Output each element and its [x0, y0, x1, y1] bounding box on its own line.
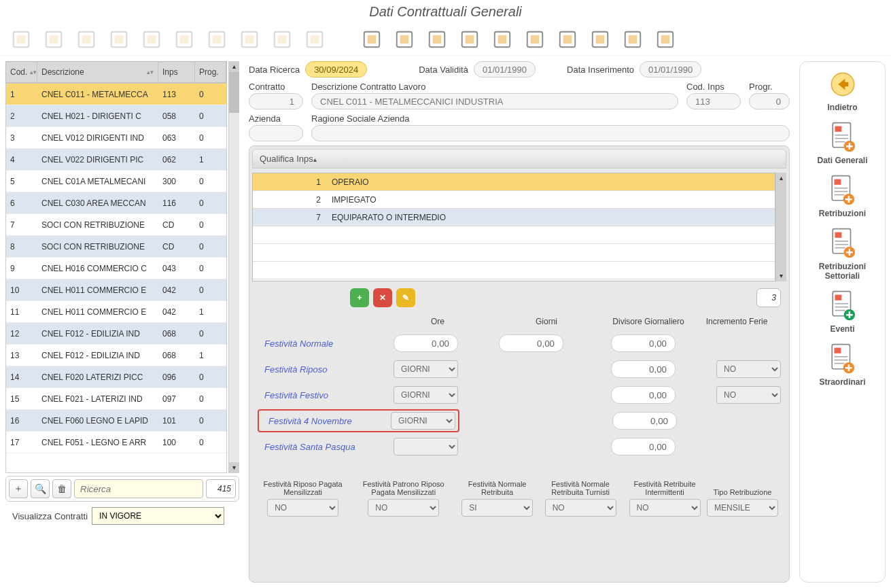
clock-icon[interactable] — [488, 27, 517, 52]
fest-div-input[interactable] — [611, 438, 676, 455]
table-row[interactable]: 3CNEL V012 DIRIGENTI IND0630 — [6, 127, 226, 149]
nav-dati-generali[interactable]: Dati Generali — [817, 122, 867, 165]
col-inps[interactable]: Inps — [158, 62, 195, 82]
table-row[interactable]: 12CNEL F012 - EDILIZIA IND0680 — [6, 323, 226, 345]
qual-scroll-down[interactable]: ▾ — [776, 271, 786, 281]
fest-label: Festività Riposo — [258, 364, 387, 375]
delete-button[interactable]: 🗑 — [52, 479, 71, 498]
page-title: Dati Contrattuali Generali — [0, 0, 891, 24]
nav-indietro[interactable]: Indietro — [828, 69, 858, 112]
fest-inc-select[interactable]: NO — [716, 386, 781, 404]
nav-icon — [829, 290, 856, 322]
printer-icon[interactable] — [521, 27, 549, 52]
qual-scroll-up[interactable]: ▴ — [776, 173, 786, 184]
nav-retribuzioni[interactable]: Retribuzioni — [819, 175, 866, 218]
fest-div-input[interactable] — [612, 412, 677, 430]
visualizza-select[interactable]: IN VIGORE — [92, 507, 224, 525]
table-row[interactable]: 17CNEL F051 - LEGNO E ARR1000 — [6, 432, 226, 453]
docs-stack-icon[interactable] — [390, 27, 419, 52]
table-row[interactable]: 13CNEL F012 - EDILIZIA IND0681 — [6, 345, 226, 366]
fest-div-input[interactable] — [611, 386, 676, 404]
fest-unit-select[interactable]: GIORNI — [394, 360, 458, 378]
bottom-select[interactable]: NO — [545, 499, 616, 517]
qual-delete-button[interactable]: ✕ — [373, 288, 392, 307]
svg-rect-29 — [498, 35, 507, 44]
cancel-circle-icon — [137, 27, 166, 52]
ragsoc-value[interactable] — [311, 125, 790, 141]
cod-inps-value: 113 — [686, 93, 741, 109]
bottom-select[interactable]: MENSILE — [707, 499, 778, 517]
qual-edit-button[interactable]: ✎ — [396, 288, 415, 307]
doc1-icon — [203, 27, 231, 52]
table-row[interactable]: 7SOCI CON RETRIBUZIONECD0 — [6, 214, 226, 236]
svg-rect-37 — [629, 35, 637, 44]
fest-giorni-input[interactable] — [499, 334, 563, 352]
data-inserimento-label: Data Inserimento — [567, 65, 634, 75]
fest-ore-input[interactable] — [394, 334, 458, 352]
cloud-down-icon[interactable] — [618, 27, 647, 52]
svg-rect-15 — [245, 35, 254, 44]
scroll-down[interactable]: ▾ — [229, 462, 239, 473]
qual-add-button[interactable]: + — [350, 288, 369, 307]
display-chart-icon[interactable] — [586, 27, 614, 52]
fest-div-input[interactable] — [611, 360, 676, 378]
fest-unit-select[interactable]: GIORNI — [391, 412, 455, 430]
left-grid-body: 1CNEL C011 - METALMECCA11302CNEL H021 - … — [5, 83, 227, 473]
fest-label: Festività Normale — [258, 339, 387, 349]
cards-icon[interactable] — [423, 27, 451, 52]
add-button[interactable]: ＋ — [9, 479, 28, 498]
nav-eventi[interactable]: Eventi — [829, 290, 856, 334]
bottom-select[interactable]: NO — [267, 499, 338, 517]
table-row[interactable]: 1CNEL C011 - METALMECCA1130 — [6, 84, 226, 105]
fest-unit-select[interactable] — [394, 438, 458, 455]
table-row[interactable]: 2CNEL H021 - DIRIGENTI C0580 — [6, 105, 226, 127]
scroll-up[interactable]: ▴ — [229, 61, 239, 72]
table-row[interactable]: 4CNEL V022 DIRIGENTI PIC0621 — [6, 149, 226, 171]
bottom-select[interactable]: NO — [629, 499, 701, 517]
person-icon[interactable] — [553, 27, 582, 52]
scroll-thumb[interactable] — [229, 72, 239, 113]
col-desc[interactable]: Descrizione▴▾ — [37, 62, 158, 82]
hdr-divisore: Divisore Giornaliero — [604, 317, 693, 326]
nav-straordinari[interactable]: Straordinari — [819, 343, 865, 387]
table-row[interactable]: 6CNEL C030 AREA MECCAN1160 — [6, 192, 226, 214]
bottom-select[interactable]: SI — [461, 499, 533, 517]
svg-rect-33 — [563, 35, 572, 44]
left-grid-header: Cod.▴▾ Descrizione▴▾ Inps Prog. — [5, 61, 227, 83]
nav-label: Eventi — [830, 324, 854, 334]
progr-label: Progr. — [749, 82, 790, 92]
bottom-label: Festività Retribuite Intermittenti — [628, 469, 701, 496]
bottom-select[interactable]: NO — [368, 499, 439, 517]
search-input[interactable] — [74, 479, 203, 498]
nav-icon — [829, 228, 856, 259]
table-row[interactable]: 11CNEL H011 COMMERCIO E0421 — [6, 301, 226, 323]
table-row[interactable]: 8SOCI CON RETRIBUZIONECD0 — [6, 236, 226, 258]
exit-icon[interactable] — [651, 27, 680, 52]
svg-rect-21 — [368, 35, 377, 44]
qualifica-row[interactable]: 7EQUIPARATO O INTERMEDIO — [253, 209, 775, 226]
search-button[interactable]: 🔍 — [31, 479, 50, 498]
target-icon[interactable] — [357, 27, 386, 52]
qualifica-header[interactable]: Qualifica Inps▴ — [252, 149, 786, 169]
fest-div-input[interactable] — [611, 334, 676, 352]
qualifica-row[interactable]: 2IMPIEGATO — [253, 191, 775, 209]
fest-inc-select[interactable]: NO — [716, 360, 781, 378]
bottom-label: Festività Normale Retribuita Turnisti — [538, 469, 623, 496]
data-ricerca-value[interactable]: 30/09/2024 — [305, 61, 367, 77]
fest-unit-select[interactable]: GIORNI — [394, 386, 458, 404]
zoom-icon — [300, 27, 329, 52]
table-row[interactable]: 15CNEL F021 - LATERIZI IND0970 — [6, 388, 226, 410]
table-row[interactable]: 9CNEL H016 COMMERCIO C0430 — [6, 258, 226, 279]
azienda-value[interactable] — [249, 125, 303, 141]
table-row[interactable]: 10CNEL H011 COMMERCIO E0420 — [6, 279, 226, 301]
table-row[interactable]: 16CNEL F060 LEGNO E LAPID1010 — [6, 410, 226, 432]
qualifica-row[interactable]: 1OPERAIO — [253, 173, 775, 191]
col-prog[interactable]: Prog. — [195, 62, 226, 82]
qual-count: 3 — [756, 288, 781, 307]
nav-retribuzioni-settoriali[interactable]: Retribuzioni Settoriali — [804, 228, 881, 281]
form-add-icon — [105, 27, 133, 52]
table-row[interactable]: 14CNEL F020 LATERIZI PICC0960 — [6, 366, 226, 388]
table-row[interactable]: 5CNEL C01A METALMECANI3000 — [6, 171, 226, 192]
col-cod[interactable]: Cod.▴▾ — [6, 62, 37, 82]
books-icon[interactable] — [455, 27, 484, 52]
